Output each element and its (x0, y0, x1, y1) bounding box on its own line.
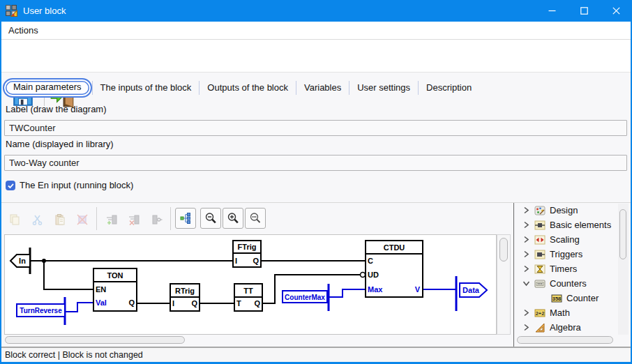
svg-text:V: V (415, 285, 421, 294)
copy-button[interactable] (5, 210, 24, 229)
tab-description[interactable]: Description (419, 82, 479, 93)
inverted-pin-bubble (361, 273, 366, 278)
diagram-variable-countermax[interactable]: CounterMax (283, 284, 329, 311)
basic-elements-icon (534, 220, 546, 231)
tree-item-math[interactable]: 2+2 Math (514, 305, 617, 320)
add-input-icon (105, 213, 118, 226)
zoom-actual-icon (249, 212, 262, 225)
tab-main-parameters[interactable]: Main parameters (3, 78, 92, 98)
diagram-block-tt[interactable]: TT T Q (234, 284, 262, 311)
maximize-button[interactable] (568, 0, 600, 22)
tab-outputs-of-block[interactable]: Outputs of the block (200, 82, 296, 93)
add-input-button[interactable] (102, 210, 121, 229)
diagram-block-rtrig[interactable]: RTrig I Q (170, 284, 200, 311)
diagram-block-ton[interactable]: TON EN Val Q (93, 268, 137, 311)
svg-text:358: 358 (552, 295, 562, 301)
svg-text:TON: TON (107, 271, 123, 280)
close-button[interactable] (600, 0, 632, 22)
chevron-right-icon[interactable] (522, 220, 531, 229)
canvas-hscrollbar[interactable] (4, 335, 511, 345)
invert-pin-icon (151, 213, 163, 226)
tree-hscrollbar[interactable] (516, 335, 629, 345)
chevron-right-icon[interactable] (522, 308, 531, 317)
wire-turnreverse-to-val (65, 303, 93, 312)
menu-actions[interactable]: Actions (1, 22, 45, 39)
minimize-icon (548, 7, 556, 15)
zoom-actual-button[interactable] (245, 208, 266, 229)
chevron-right-icon[interactable] (522, 206, 531, 215)
tree-item-triggers[interactable]: Triggers (514, 247, 617, 261)
svg-text:T: T (236, 299, 241, 308)
tree-item-label: Scaling (550, 234, 580, 245)
editor-toolbar-separator (170, 207, 171, 230)
diagram-input-port-in[interactable]: In (10, 248, 30, 274)
design-icon (534, 205, 546, 216)
tree-item-label: Math (550, 308, 570, 318)
tree-item-timers[interactable]: Timers (514, 261, 617, 276)
user-block-window: User block Actions (0, 0, 632, 364)
zoom-in-button[interactable] (223, 208, 243, 229)
tree-hscrollbar-thumb[interactable] (517, 336, 613, 344)
tab-variables[interactable]: Variables (296, 82, 349, 93)
zoom-out-button[interactable] (200, 208, 221, 229)
chevron-right-icon[interactable] (522, 323, 531, 332)
maximize-icon (580, 7, 588, 15)
canvas-vscrollbar-thumb[interactable] (499, 238, 508, 261)
label-field-caption: Label (draw the diagram) (6, 104, 107, 114)
svg-text:EN: EN (96, 285, 106, 294)
canvas-vscrollbar[interactable] (497, 234, 511, 335)
cut-button[interactable] (28, 210, 47, 229)
counter-icon: 358 (551, 293, 562, 304)
tree-item-algebra[interactable]: Algebra (514, 320, 617, 335)
svg-text:Q: Q (254, 299, 260, 308)
diagram-block-ctdu[interactable]: CTDU C UD Max V (361, 241, 423, 297)
tree-item-design[interactable]: Design (514, 203, 617, 218)
svg-text:Data: Data (462, 286, 480, 294)
tree-item-counters[interactable]: Counters (514, 276, 617, 291)
wire-junction-dot (42, 259, 46, 263)
cut-icon (31, 213, 44, 226)
minimize-button[interactable] (536, 0, 568, 22)
structure-view-button[interactable] (175, 208, 196, 229)
svg-text:2+2: 2+2 (536, 310, 545, 316)
timers-icon (534, 264, 546, 275)
check-icon (7, 182, 15, 190)
invert-pin-button[interactable] (147, 210, 166, 229)
main-toolbar (1, 40, 631, 73)
diagram-block-ftrig[interactable]: FTrig I Q (233, 241, 261, 267)
tree-item-label: Counters (550, 278, 587, 289)
tree-item-counter[interactable]: 358 Counter (514, 291, 617, 305)
diagram-variable-turnreverse[interactable]: TurnReverse (17, 297, 65, 325)
diagram-canvas[interactable]: In FTrig I Q TON EN Val Q (4, 234, 497, 335)
tree-item-scaling[interactable]: Scaling (514, 232, 617, 247)
paste-button[interactable] (50, 210, 69, 229)
remove-input-button[interactable] (124, 210, 143, 229)
name-field-caption: Name (displayed in library) (6, 139, 114, 149)
tree-item-basic-elements[interactable]: Basic elements (514, 218, 617, 232)
diagram-output-port-data[interactable]: Data (456, 276, 487, 311)
svg-text:C: C (368, 257, 373, 265)
tab-inputs-of-block[interactable]: The inputs of the block (93, 82, 200, 93)
delete-button[interactable] (73, 210, 91, 229)
scaling-icon (534, 234, 546, 245)
canvas-hscrollbar-thumb[interactable] (5, 336, 185, 344)
editor-toolbar-separator (96, 207, 97, 230)
chevron-right-icon[interactable] (522, 264, 531, 273)
name-field-input[interactable] (4, 155, 627, 171)
chevron-down-icon[interactable] (522, 279, 531, 288)
tree-vscrollbar-thumb[interactable] (619, 209, 626, 259)
wire-countermax-to-max (329, 289, 366, 297)
label-field-input[interactable] (4, 120, 627, 136)
svg-text:FTrig: FTrig (238, 243, 257, 251)
svg-text:CTDU: CTDU (384, 243, 405, 252)
statusbar: Block correct | Block is not changed (1, 347, 631, 362)
delete-icon (76, 213, 89, 226)
svg-text:UD: UD (368, 271, 379, 279)
chevron-right-icon[interactable] (522, 235, 531, 244)
svg-text:Max: Max (368, 285, 383, 294)
en-input-checkbox[interactable] (6, 181, 15, 190)
math-icon: 2+2 (534, 308, 546, 319)
tree-vscrollbar[interactable] (618, 204, 629, 335)
chevron-right-icon[interactable] (522, 250, 531, 259)
tab-user-settings[interactable]: User settings (349, 82, 418, 93)
